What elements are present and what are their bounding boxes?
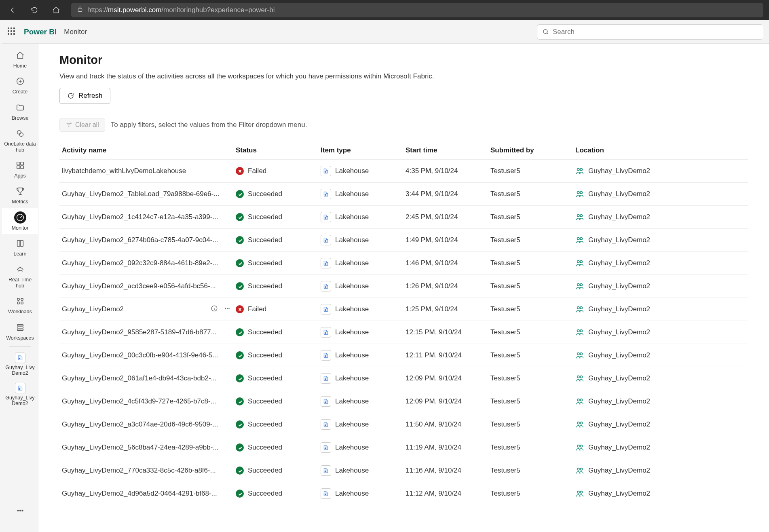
rail-item-home[interactable]: Home (2, 46, 38, 72)
lakehouse-icon (321, 281, 331, 291)
table-row[interactable]: Guyhay_LivyDemo2_4d96a5d2-0464-4291-bf68… (59, 482, 748, 505)
col-location[interactable]: Location (575, 146, 689, 154)
col-status[interactable]: Status (236, 146, 321, 154)
table-row[interactable]: Guyhay_LivyDemo2_092c32c9-884a-461b-89e2… (59, 251, 748, 274)
cell-item-type: Lakehouse (321, 304, 406, 315)
cell-activity: Guyhay_LivyDemo2_092c32c9-884a-461b-89e2… (62, 259, 236, 267)
rail-recent-workspace[interactable]: Guyhay_Livy Demo2 (2, 380, 38, 410)
cell-start-time: 1:26 PM, 9/10/24 (406, 282, 490, 290)
success-icon (236, 467, 244, 475)
table-row[interactable]: Guyhay_LivyDemo2_a3c074ae-20d6-49c6-9509… (59, 413, 748, 436)
cell-status: Succeeded (236, 420, 321, 429)
table-row[interactable]: livybatchdemo_withLivyDemoLakehouse Fail… (59, 159, 748, 182)
svg-point-24 (577, 169, 580, 171)
table-row[interactable]: Guyhay_LivyDemo2_56c8ba47-24ea-4289-a9bb… (59, 436, 748, 459)
svg-point-33 (577, 238, 580, 240)
svg-point-20 (17, 510, 19, 511)
rail-recent-workspace[interactable]: Guyhay_Livy Demo2 (2, 349, 38, 380)
workspace-people-icon (575, 328, 584, 337)
cell-activity: Guyhay_LivyDemo2_TableLoad_79a988be-69e6… (62, 190, 236, 198)
monitor-icon (14, 211, 26, 224)
search-input[interactable] (553, 28, 758, 36)
col-start-time[interactable]: Start time (406, 146, 490, 154)
cell-submitted-by: Testuser5 (490, 374, 575, 382)
rail-item-metrics[interactable]: Metrics (2, 182, 38, 208)
rail-item-realtime[interactable]: Real-Time hub (2, 260, 38, 292)
cell-submitted-by: Testuser5 (490, 420, 575, 429)
svg-point-34 (580, 238, 583, 240)
filter-hint: To apply filters, select the values from… (111, 121, 307, 129)
svg-point-42 (225, 308, 226, 308)
svg-point-44 (228, 308, 229, 308)
url-bar[interactable]: https://msit.powerbi.com/monitoringhub?e… (71, 3, 763, 17)
breadcrumb[interactable]: Monitor (64, 28, 87, 36)
rail-item-onelake[interactable]: OneLake data hub (2, 124, 38, 156)
search-box[interactable] (537, 24, 763, 40)
col-submitted[interactable]: Submitted by (490, 146, 575, 154)
svg-point-69 (325, 494, 326, 495)
rail-more[interactable] (2, 501, 38, 520)
svg-point-3 (17, 131, 21, 134)
svg-point-13 (17, 302, 19, 304)
success-icon (236, 443, 244, 452)
svg-point-11 (17, 298, 19, 301)
success-icon (236, 282, 244, 290)
workspace-people-icon (575, 489, 584, 498)
table-row[interactable]: Guyhay_LivyDemo2_770ca332-8c5c-426b-a8f6… (59, 459, 748, 482)
browser-toolbar: https://msit.powerbi.com/monitoringhub?e… (0, 0, 769, 20)
svg-point-27 (577, 192, 580, 194)
rail-item-learn[interactable]: Learn (2, 234, 38, 260)
cell-status: Failed (236, 305, 321, 313)
table-row[interactable]: Guyhay_LivyDemo2_9585e287-5189-47d6-b877… (59, 321, 748, 344)
table-row[interactable]: Guyhay_LivyDemo2_4c5f43d9-727e-4265-b7c8… (59, 390, 748, 413)
table-row[interactable]: Guyhay_LivyDemo2_00c3c0fb-e904-413f-9e46… (59, 344, 748, 367)
app-header: Power BI Monitor (2, 20, 769, 44)
workspace-people-icon (575, 466, 584, 475)
svg-point-58 (577, 399, 580, 401)
metrics-icon (14, 185, 26, 197)
table-row[interactable]: Guyhay_LivyDemo2_6274b06a-c785-4a07-9c04… (59, 228, 748, 251)
cell-status: Succeeded (236, 328, 321, 336)
cell-submitted-by: Testuser5 (490, 259, 575, 267)
rail-label: Learn (14, 251, 27, 257)
rail-divider (9, 346, 31, 347)
home-button[interactable] (49, 3, 63, 17)
table-row[interactable]: Guyhay_LivyDemo2_acd3cee9-e056-4afd-bc56… (59, 274, 748, 298)
cell-start-time: 12:15 PM, 9/10/24 (406, 328, 490, 336)
more-icon[interactable] (224, 305, 231, 314)
refresh-button[interactable]: Refresh (59, 88, 110, 104)
info-icon[interactable] (211, 305, 218, 314)
rail-item-workloads[interactable]: Workloads (2, 292, 38, 318)
clear-all-label: Clear all (75, 121, 99, 129)
svg-rect-8 (20, 166, 23, 169)
col-item-type[interactable]: Item type (321, 146, 406, 154)
app-launcher-icon[interactable] (8, 27, 17, 36)
svg-point-23 (325, 171, 326, 173)
table-row[interactable]: Guyhay_LivyDemo2_TableLoad_79a988be-69e6… (59, 182, 748, 205)
rail-item-create[interactable]: Create (2, 72, 38, 98)
lock-icon (77, 6, 83, 15)
rail-item-monitor[interactable]: Monitor (2, 208, 38, 234)
back-button[interactable] (6, 3, 19, 17)
success-icon (236, 397, 244, 405)
svg-point-61 (577, 422, 580, 424)
svg-point-60 (325, 424, 326, 426)
table-row[interactable]: Guyhay_LivyDemo2_061af1e4-db94-43ca-bdb2… (59, 367, 748, 390)
rail-item-workspaces[interactable]: Workspaces (2, 318, 38, 344)
cell-location: Guyhay_LivyDemo2 (575, 374, 689, 383)
search-icon (542, 28, 549, 36)
cell-item-type: Lakehouse (321, 465, 406, 476)
svg-rect-15 (17, 324, 23, 326)
rail-label: Create (13, 89, 28, 95)
rail-item-browse[interactable]: Browse (2, 98, 38, 124)
col-activity[interactable]: Activity name (62, 146, 236, 154)
table-row[interactable]: Guyhay_LivyDemo2 Failed Lakehouse 1:25 P… (59, 298, 748, 321)
rail-item-apps[interactable]: Apps (2, 156, 38, 182)
cell-item-type: Lakehouse (321, 488, 406, 499)
brand-label[interactable]: Power BI (24, 27, 57, 36)
success-icon (236, 236, 244, 244)
table-row[interactable]: Guyhay_LivyDemo2_1c4124c7-e12a-4a35-a399… (59, 205, 748, 228)
workspace-people-icon (575, 374, 584, 383)
refresh-button[interactable] (27, 3, 41, 17)
left-rail: HomeCreateBrowseOneLake data hubAppsMetr… (2, 44, 38, 532)
